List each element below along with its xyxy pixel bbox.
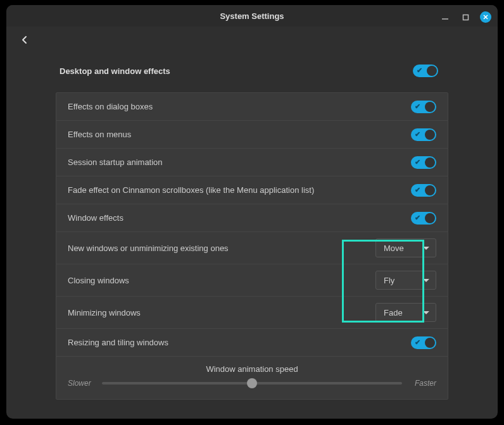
check-icon: ✔ — [417, 66, 422, 75]
startup-animation-toggle[interactable]: ✔ — [411, 156, 436, 169]
row-animation-speed: Window animation speed Slower Faster — [56, 357, 448, 399]
back-row — [6, 27, 498, 54]
row-window-effects: Window effects ✔ — [56, 204, 448, 232]
dropdown-value: Fly — [384, 276, 394, 285]
window-title: System Settings — [220, 11, 284, 21]
slider-row: Slower Faster — [68, 379, 436, 388]
row-closing-windows: Closing windows Fly — [56, 264, 448, 297]
slider-label-faster: Faster — [408, 379, 436, 388]
row-resizing-windows: Resizing and tiling windows ✔ — [56, 329, 448, 357]
label: Session startup animation — [68, 157, 163, 167]
maximize-button[interactable] — [460, 11, 471, 23]
toggle-knob — [425, 338, 435, 348]
minimize-button[interactable] — [439, 11, 451, 23]
svg-rect-1 — [463, 15, 468, 20]
check-icon: ✔ — [415, 186, 420, 194]
chevron-down-icon — [423, 311, 429, 314]
menu-effects-toggle[interactable]: ✔ — [411, 128, 436, 141]
window-effects-toggle[interactable]: ✔ — [411, 212, 436, 225]
check-icon: ✔ — [415, 130, 420, 139]
chevron-down-icon — [423, 247, 429, 250]
check-icon: ✔ — [415, 158, 420, 166]
back-button[interactable] — [20, 35, 29, 46]
settings-panel: Effects on dialog boxes ✔ Effects on men… — [56, 92, 448, 400]
content-area: Desktop and window effects ✔ Effects on … — [6, 54, 498, 419]
minimizing-windows-dropdown[interactable]: Fade — [375, 303, 436, 322]
slider-label-slower: Slower — [68, 379, 96, 388]
dropdown-value: Move — [384, 243, 404, 253]
row-menu-effects: Effects on menus ✔ — [56, 121, 448, 149]
label: Closing windows — [68, 276, 129, 285]
animation-speed-slider[interactable] — [102, 382, 402, 385]
label: Window effects — [68, 213, 123, 223]
dialog-effects-toggle[interactable]: ✔ — [411, 101, 436, 113]
row-fade-scrollboxes: Fade effect on Cinnamon scrollboxes (lik… — [56, 176, 448, 204]
chevron-down-icon — [423, 279, 429, 282]
dropdown-value: Fade — [384, 308, 403, 317]
check-icon: ✔ — [415, 214, 420, 222]
titlebar: System Settings — [6, 5, 498, 27]
toggle-knob — [425, 185, 435, 195]
row-new-windows: New windows or unminimizing existing one… — [56, 232, 448, 264]
row-dialog-effects: Effects on dialog boxes ✔ — [56, 93, 448, 121]
label: Resizing and tiling windows — [68, 338, 168, 347]
label: New windows or unminimizing existing one… — [68, 243, 229, 253]
settings-window: System Settings Desktop and window effec… — [6, 5, 498, 419]
toggle-knob — [425, 213, 435, 223]
label: Fade effect on Cinnamon scrollboxes (lik… — [68, 185, 314, 195]
section-header: Desktop and window effects ✔ — [56, 54, 448, 92]
fade-scrollboxes-toggle[interactable]: ✔ — [411, 184, 436, 197]
check-icon: ✔ — [415, 338, 420, 347]
label: Effects on menus — [68, 130, 131, 139]
new-windows-dropdown[interactable]: Move — [375, 238, 436, 257]
resizing-windows-toggle[interactable]: ✔ — [411, 336, 436, 349]
toggle-knob — [425, 102, 435, 112]
label: Effects on dialog boxes — [68, 102, 153, 111]
row-startup-animation: Session startup animation ✔ — [56, 149, 448, 176]
slider-title: Window animation speed — [68, 364, 436, 374]
toggle-knob — [427, 66, 437, 76]
check-icon: ✔ — [415, 102, 420, 111]
closing-windows-dropdown[interactable]: Fly — [375, 271, 436, 290]
desktop-effects-toggle[interactable]: ✔ — [413, 65, 438, 77]
window-controls — [439, 5, 491, 29]
row-minimizing-windows: Minimizing windows Fade — [56, 297, 448, 329]
close-button[interactable] — [480, 11, 491, 23]
section-title: Desktop and window effects — [60, 66, 170, 76]
toggle-knob — [425, 157, 435, 168]
label: Minimizing windows — [68, 308, 141, 317]
toggle-knob — [425, 130, 435, 140]
